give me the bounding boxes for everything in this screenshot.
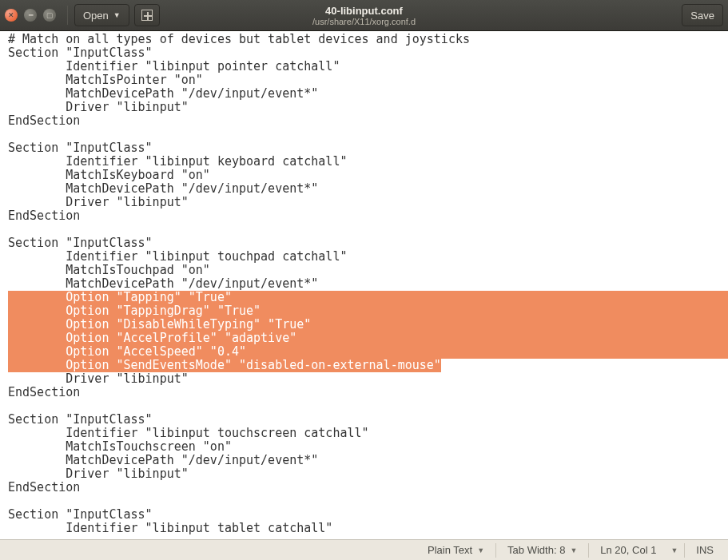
close-icon: ✕ (8, 11, 14, 19)
editor-line: MatchIsTouchscreen "on" (8, 440, 728, 454)
titlebar: ✕ ━ ▢ Open ▼ 40-libinput.conf /usr/share… (0, 0, 728, 30)
editor-line: EndSection (8, 209, 728, 223)
editor-line: Identifier "libinput touchpad catchall" (8, 250, 728, 264)
syntax-label: Plain Text (428, 544, 472, 556)
statusbar-separator (588, 543, 589, 558)
tab-width-label: Tab Width: 8 (507, 544, 565, 556)
window-minimize-button[interactable]: ━ (24, 9, 37, 22)
tab-width-selector[interactable]: Tab Width: 8 ▼ (499, 544, 585, 556)
editor-line: Option "AccelSpeed" "0.4" (8, 345, 728, 359)
editor-line: Identifier "libinput keyboard catchall" (8, 155, 728, 169)
insert-mode-toggle[interactable]: INS (688, 544, 722, 556)
editor-line: EndSection (8, 386, 728, 399)
editor-line: Identifier "libinput touchscreen catchal… (8, 427, 728, 440)
chevron-down-icon: ▼ (113, 11, 121, 19)
new-tab-button[interactable] (134, 4, 160, 26)
chevron-down-icon: ▼ (570, 546, 577, 554)
open-button-label: Open (83, 10, 109, 22)
editor-line: Identifier "libinput pointer catchall" (8, 60, 728, 73)
editor-line (8, 494, 728, 508)
editor-line: Option "Tapping" "True" (8, 291, 728, 304)
editor-line: MatchIsKeyboard "on" (8, 169, 728, 182)
editor-line: EndSection (8, 114, 728, 128)
editor-line: Section "InputClass" (8, 508, 728, 522)
editor-line: MatchIsPointer "on" (8, 73, 728, 87)
statusbar-separator (495, 543, 496, 558)
editor-line: Option "AccelProfile" "adaptive" (8, 332, 728, 345)
editor-line: Driver "libinput" (8, 372, 728, 386)
editor-line: Driver "libinput" (8, 467, 728, 481)
editor-line: # Match on all types of devices but tabl… (8, 33, 728, 46)
cursor-position[interactable]: Ln 20, Col 1 (592, 544, 664, 556)
editor-line: MatchDevicePath "/dev/input/event*" (8, 87, 728, 101)
new-tab-icon (141, 10, 153, 21)
chevron-down-icon: ▼ (477, 546, 484, 554)
editor-line (8, 128, 728, 141)
minimize-icon: ━ (29, 11, 33, 19)
editor-line: Section "InputClass" (8, 46, 728, 60)
syntax-selector[interactable]: Plain Text ▼ (420, 544, 492, 556)
insert-mode-label: INS (696, 544, 714, 556)
editor-line: Section "InputClass" (8, 236, 728, 250)
toolbar-separator (67, 6, 68, 25)
editor-line: Option "SendEventsMode" "disabled-on-ext… (8, 359, 441, 372)
text-editor[interactable]: # Match on all types of devices but tabl… (0, 30, 728, 539)
editor-line: Section "InputClass" (8, 141, 728, 155)
editor-line: Driver "libinput" (8, 101, 728, 114)
line-col-menu[interactable]: ▼ (667, 546, 681, 554)
editor-line: Option "DisableWhileTyping" "True" (8, 318, 728, 332)
editor-line (8, 223, 728, 236)
window-close-button[interactable]: ✕ (5, 9, 18, 22)
editor-line: MatchDevicePath "/dev/input/event*" (8, 454, 728, 467)
save-button-label: Save (690, 10, 714, 22)
editor-line (8, 399, 728, 413)
window-maximize-button[interactable]: ▢ (43, 9, 56, 22)
maximize-icon: ▢ (46, 11, 54, 19)
chevron-down-icon: ▼ (670, 546, 678, 554)
editor-line: Driver "libinput" (8, 196, 728, 209)
statusbar: Plain Text ▼ Tab Width: 8 ▼ Ln 20, Col 1… (0, 539, 728, 560)
open-button[interactable]: Open ▼ (74, 4, 129, 26)
editor-line: EndSection (8, 481, 728, 494)
editor-line: MatchIsTouchpad "on" (8, 264, 728, 277)
editor-line: Section "InputClass" (8, 413, 728, 427)
save-button[interactable]: Save (682, 4, 723, 26)
cursor-position-label: Ln 20, Col 1 (600, 544, 656, 556)
window-controls: ✕ ━ ▢ (5, 9, 56, 22)
statusbar-separator (684, 543, 685, 558)
editor-line: Identifier "libinput tablet catchall" (8, 522, 728, 535)
editor-line: MatchDevicePath "/dev/input/event*" (8, 277, 728, 291)
editor-line: Option "TappingDrag" "True" (8, 304, 728, 318)
editor-line: MatchDevicePath "/dev/input/event*" (8, 182, 728, 196)
